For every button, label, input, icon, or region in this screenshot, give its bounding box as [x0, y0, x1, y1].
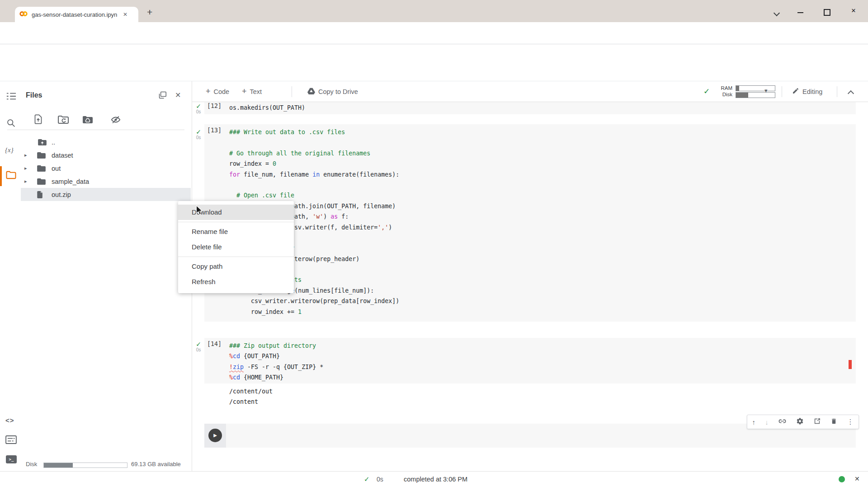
expand-caret-icon[interactable]: ▸	[24, 152, 27, 158]
cell-duration: 0s	[193, 109, 204, 115]
upload-file-icon[interactable]	[33, 114, 43, 126]
code-line[interactable]: row_index = 0	[229, 159, 399, 169]
code-line[interactable]: csv_writer.writerow(prep_data[row_index]…	[229, 296, 399, 306]
browser-tab-strip: gas-sensor-dataset-curation.ipyn ✕ + ✕	[0, 0, 868, 22]
code-line[interactable]: for file_num, filename in enumerate(file…	[229, 169, 399, 180]
refresh-folder-icon[interactable]	[58, 115, 69, 126]
code-token: %	[229, 353, 233, 360]
add-text-button[interactable]: +Text	[242, 81, 262, 102]
terminal-icon[interactable]: >_	[6, 455, 17, 463]
code-token: # Open .csv file	[236, 192, 294, 199]
disk-gauge-label: Disk	[26, 461, 37, 467]
disk-gauge	[43, 463, 127, 468]
search-icon[interactable]	[6, 118, 16, 130]
add-code-button[interactable]: +Code	[206, 81, 229, 102]
ram-meter	[736, 85, 775, 91]
code-snippets-icon[interactable]: <>	[5, 416, 14, 424]
panel-divider	[7, 130, 184, 130]
code-token: ### Zip output directory	[229, 342, 316, 349]
cell-status-gutter: ✓0s	[193, 103, 204, 115]
variables-icon[interactable]: {x}	[5, 146, 14, 154]
collapse-toolbar-chevron-icon[interactable]	[849, 89, 853, 98]
cell-duration: 0s	[193, 347, 204, 353]
table-of-contents-icon[interactable]	[6, 92, 16, 102]
code-editor[interactable]: os.makedirs(OUT_PATH)	[229, 103, 305, 113]
code-line[interactable]: # Go through all the original filenames	[229, 148, 399, 159]
run-cell-button[interactable]: ▶	[208, 429, 222, 442]
status-close-icon[interactable]: ✕	[854, 475, 860, 482]
cell-toolbar: ↑ ↓ ⋮	[747, 415, 859, 429]
copy-cell-link-icon[interactable]	[778, 417, 787, 427]
tab-close-icon[interactable]: ✕	[123, 11, 127, 18]
command-palette-icon[interactable]	[5, 435, 17, 446]
file-tree-item-out[interactable]: ▸out	[21, 162, 191, 175]
file-tree-item-sample_data[interactable]: ▸sample_data	[21, 175, 191, 188]
file-tree-item-dataset[interactable]: ▸dataset	[21, 149, 191, 162]
popout-panel-icon[interactable]	[158, 91, 167, 101]
cell-more-options-icon[interactable]: ⋮	[847, 418, 854, 426]
folder-icon	[37, 152, 46, 160]
code-token: %	[229, 374, 233, 381]
resources-labels[interactable]: RAM Disk	[714, 85, 732, 98]
window-minimize-button[interactable]	[797, 12, 803, 13]
close-panel-icon[interactable]: ✕	[175, 91, 181, 99]
delete-cell-trash-icon[interactable]	[830, 417, 837, 427]
code-token: f:	[338, 213, 349, 220]
move-cell-down-icon[interactable]: ↓	[765, 418, 769, 426]
browser-tab[interactable]: gas-sensor-dataset-curation.ipyn ✕	[15, 7, 138, 22]
execution-count[interactable]: [14]	[207, 341, 222, 347]
drive-icon	[307, 88, 315, 96]
context-menu-item-rename-file[interactable]: Rename file	[178, 224, 294, 239]
expand-caret-icon[interactable]: ▸	[24, 178, 27, 184]
copy-to-drive-button[interactable]: Copy to Drive	[307, 81, 358, 102]
file-tree-item-outzip[interactable]: out.zip	[21, 188, 191, 201]
hide-hidden-files-icon[interactable]	[110, 115, 121, 126]
code-token: row_index +=	[229, 308, 298, 315]
execution-count[interactable]: [12]	[207, 103, 222, 109]
code-editor[interactable]: ### Zip output directory%cd {OUT_PATH}!z…	[229, 341, 323, 383]
notebook-toolbar: +Code +Text Copy to Drive ✓ RAM Disk ▾ E…	[192, 81, 868, 102]
file-name: ..	[52, 139, 55, 146]
code-cell[interactable]: [13]### Write out data to .csv files # G…	[204, 124, 856, 322]
runtime-check-icon: ✓	[703, 87, 710, 96]
editing-mode-button[interactable]: Editing	[792, 81, 822, 102]
code-line[interactable]: ### Zip output directory	[229, 341, 323, 351]
connection-status-dot	[839, 476, 845, 482]
context-menu-item-copy-path[interactable]: Copy path	[178, 259, 294, 274]
cell-settings-gear-icon[interactable]	[796, 417, 804, 427]
code-token: -FS -r -q {OUT_ZIP} *	[244, 364, 323, 370]
code-line[interactable]: os.makedirs(OUT_PATH)	[229, 103, 305, 113]
tab-search-chevron-icon[interactable]	[772, 10, 781, 17]
move-cell-up-icon[interactable]: ↑	[752, 418, 756, 426]
expand-caret-icon[interactable]: ▸	[24, 165, 27, 171]
code-line[interactable]: ### Write out data to .csv files	[229, 127, 399, 137]
resources-caret-icon[interactable]: ▾	[764, 87, 768, 94]
code-token: {HOME_PATH}	[240, 374, 283, 381]
execution-count[interactable]: [13]	[207, 127, 222, 134]
window-close-button[interactable]: ✕	[849, 7, 858, 14]
code-line[interactable]: %cd {OUT_PATH}	[229, 351, 323, 361]
code-line[interactable]: # Open .csv file	[229, 190, 399, 201]
files-rail-icon[interactable]	[6, 171, 16, 181]
file-tree-item-[interactable]: ..	[21, 136, 191, 149]
context-menu-item-refresh[interactable]: Refresh	[178, 274, 294, 290]
code-line[interactable]: row_index += 1	[229, 307, 399, 317]
context-menu-item-delete-file[interactable]: Delete file	[178, 239, 294, 255]
code-token: 1	[298, 308, 302, 315]
error-overview-marker	[849, 360, 852, 369]
browser-address-bar: ← → colab.research.google.com/github/Sha…	[0, 22, 868, 44]
code-cell[interactable]: [14]### Zip output directory%cd {OUT_PAT…	[204, 338, 856, 383]
files-panel-title: Files	[26, 91, 42, 99]
cell-status-gutter: ✓0s	[193, 129, 204, 140]
mirror-cell-icon[interactable]	[813, 417, 821, 427]
code-line[interactable]	[229, 137, 399, 148]
new-tab-button[interactable]: +	[147, 7, 152, 18]
folder-icon	[37, 165, 46, 173]
code-token: zip	[233, 364, 244, 370]
code-line[interactable]: !zip -FS -r -q {OUT_ZIP} *	[229, 362, 323, 372]
code-line[interactable]	[229, 180, 399, 190]
window-maximize-button[interactable]	[824, 9, 830, 16]
code-cell[interactable]: [12]os.makedirs(OUT_PATH)	[204, 102, 856, 114]
mount-drive-icon[interactable]	[82, 115, 93, 126]
code-line[interactable]: %cd {HOME_PATH}	[229, 372, 323, 383]
